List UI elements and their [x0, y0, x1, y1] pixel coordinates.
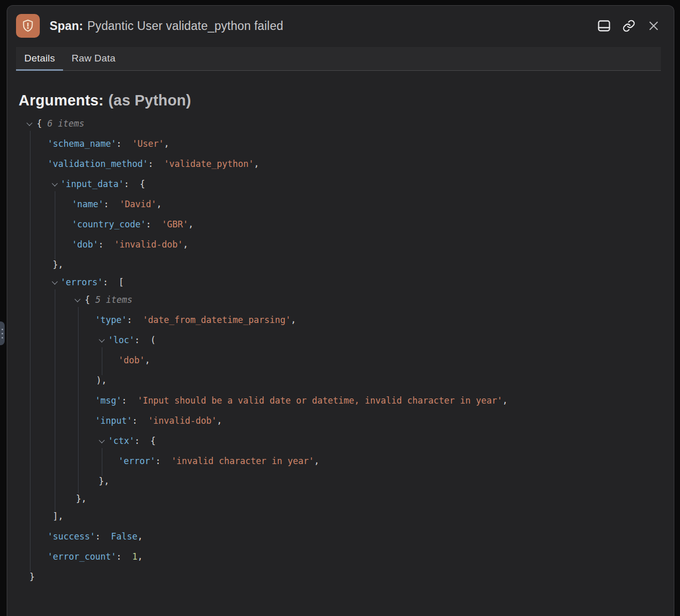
- tree-row: ],: [7, 507, 661, 525]
- tree-token: :: [103, 199, 119, 209]
- tree-token: :: [146, 219, 162, 229]
- tree-token: 'dob': [118, 355, 145, 365]
- tree-token: :: [116, 138, 132, 149]
- header-actions: [594, 16, 663, 36]
- tree-row: },: [7, 256, 661, 273]
- tree-token: 'ctx': [108, 436, 134, 446]
- tree-token: }: [29, 572, 35, 582]
- tree-row: { 6 items: [7, 115, 661, 132]
- tree-row: 'schema_name': 'User',: [7, 135, 661, 152]
- tree-token: 'name': [72, 199, 103, 209]
- tab-details[interactable]: Details: [16, 47, 63, 71]
- tree-row: 'error_count': 1,: [7, 548, 661, 565]
- tree-token: : {: [134, 436, 156, 446]
- tree-token: 'dob': [72, 239, 98, 250]
- indent-guide: [102, 347, 102, 375]
- drawer-resize-handle[interactable]: [0, 321, 5, 345]
- tree-token: :: [95, 531, 111, 542]
- tree-token: : [: [103, 277, 124, 287]
- tree-token: 'loc': [108, 335, 134, 345]
- tab-bar: Details Raw Data: [16, 47, 661, 71]
- tree-row: ),: [7, 372, 661, 389]
- tree-row: 'success': False,: [7, 528, 661, 545]
- tree-token: 'invalid character in year': [171, 456, 314, 466]
- tree-token: :: [98, 239, 114, 250]
- tree-token: :: [148, 159, 164, 169]
- tree-token: : {: [124, 179, 145, 189]
- tree-token: 'date_from_datetime_parsing': [143, 315, 291, 325]
- chevron-down-icon[interactable]: [52, 280, 58, 285]
- chevron-down-icon[interactable]: [27, 121, 33, 127]
- tree-token: 'error_count': [48, 551, 116, 562]
- details-content: Arguments:(as Python) { 6 items'schema_n…: [7, 92, 674, 586]
- tree-token: },: [99, 476, 109, 486]
- tree-token: },: [76, 494, 86, 504]
- indent-guide: [78, 307, 79, 494]
- tree-token: ,: [314, 456, 319, 466]
- tree-row: 'name': 'David',: [7, 195, 661, 213]
- tree-row: },: [7, 490, 661, 507]
- dock-panel-button[interactable]: [594, 16, 614, 36]
- tree-token: 'success': [48, 531, 95, 542]
- chevron-down-icon[interactable]: [99, 337, 105, 343]
- tree-token: ],: [53, 511, 63, 521]
- tree-token: ,: [217, 415, 222, 426]
- tab-raw-data[interactable]: Raw Data: [63, 47, 123, 71]
- tree-token: 'Input should be a valid date or datetim…: [137, 395, 502, 406]
- tree-row: 'input_data': {: [7, 175, 661, 193]
- span-detail-panel: Span:Pydantic User validate_python faile…: [7, 5, 674, 616]
- tree-token: : (: [134, 335, 156, 345]
- tree-row: 'ctx': {: [7, 432, 661, 450]
- tree-token: ),: [96, 375, 106, 386]
- tree-token: ,: [291, 315, 296, 325]
- tree-row: 'error': 'invalid character in year',: [7, 452, 661, 470]
- chevron-down-icon[interactable]: [52, 181, 58, 187]
- tree-row: 'type': 'date_from_datetime_parsing',: [7, 311, 661, 329]
- tree-row: }: [7, 568, 661, 586]
- arguments-heading-label: Arguments:: [19, 92, 104, 109]
- tree-token: 'country_code': [72, 219, 146, 229]
- tree-token: :: [156, 456, 172, 466]
- indent-guide: [55, 191, 55, 259]
- tree-token: 'invalid-dob': [114, 239, 183, 250]
- arguments-tree: { 6 items'schema_name': 'User','validati…: [7, 115, 661, 586]
- indent-guide: [30, 131, 30, 572]
- tree-token: ,: [254, 159, 259, 169]
- tree-token: {: [37, 118, 47, 129]
- tree-token: },: [53, 259, 63, 270]
- tree-token: 5 items: [95, 295, 132, 305]
- tree-token: ,: [157, 199, 162, 209]
- tree-token: 'GBR': [162, 219, 188, 229]
- arguments-heading: Arguments:(as Python): [19, 92, 661, 109]
- tree-token: ,: [502, 395, 507, 406]
- tree-token: :: [116, 551, 132, 562]
- chevron-down-icon[interactable]: [75, 297, 81, 303]
- span-title: Span:Pydantic User validate_python faile…: [50, 19, 594, 33]
- tree-token: 'errors': [60, 277, 103, 287]
- tree-row: 'validation_method': 'validate_python',: [7, 155, 661, 173]
- tree-token: ,: [137, 551, 143, 562]
- tree-token: :: [127, 315, 143, 325]
- tree-token: 'validate_python': [164, 159, 254, 169]
- span-title-text: Pydantic User validate_python failed: [87, 19, 283, 33]
- tree-token: 6 items: [47, 118, 84, 129]
- tree-token: 'error': [118, 456, 156, 466]
- tree-token: 'User': [132, 138, 164, 149]
- tree-token: ,: [188, 219, 193, 229]
- tree-token: 'input_data': [60, 179, 124, 189]
- tree-row: 'loc': (: [7, 331, 661, 349]
- tree-token: {: [85, 295, 95, 305]
- arguments-heading-suffix: (as Python): [109, 92, 191, 109]
- tree-token: ,: [183, 239, 188, 250]
- copy-link-button[interactable]: [619, 16, 639, 36]
- tree-row: 'input': 'invalid-dob',: [7, 412, 661, 429]
- indent-guide: [55, 289, 55, 511]
- tree-token: 1: [132, 551, 137, 562]
- shield-alert-icon: [16, 14, 40, 38]
- tree-token: :: [132, 415, 148, 426]
- close-button[interactable]: [644, 16, 663, 36]
- tree-token: 'validation_method': [48, 159, 148, 169]
- chevron-down-icon[interactable]: [99, 438, 105, 444]
- tree-token: ,: [137, 531, 143, 542]
- tree-row: 'msg': 'Input should be a valid date or …: [7, 392, 661, 409]
